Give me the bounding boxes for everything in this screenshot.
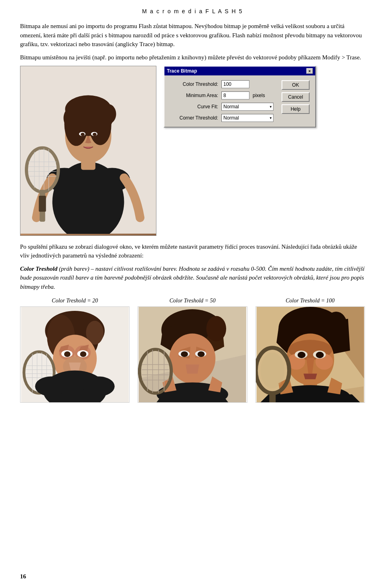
- dialog-content: Color Threshold: Minimum Area: pixel: [170, 80, 310, 122]
- svg-point-69: [198, 351, 205, 357]
- svg-marker-100: [303, 374, 317, 379]
- woman-svg: [20, 66, 156, 234]
- svg-point-90: [325, 312, 347, 340]
- svg-point-53: [35, 377, 67, 397]
- minimum-area-input[interactable]: [221, 91, 249, 99]
- svg-point-107: [260, 353, 284, 388]
- corner-threshold-row: Corner Threshold: Many Corners Normal Fe…: [170, 114, 274, 122]
- svg-marker-65: [186, 365, 199, 374]
- bottom-text: Color Treshold (práh barev) – nastaví ci…: [20, 264, 365, 292]
- ct20-item: Color Treshold = 20: [20, 298, 130, 403]
- curve-fit-select-wrapper: Pixels Very Tight Tight Normal Smooth Ve…: [221, 103, 274, 111]
- curve-fit-label: Curve Fit:: [170, 104, 218, 109]
- corner-threshold-select[interactable]: Many Corners Normal Few Corners: [221, 114, 274, 122]
- svg-marker-38: [69, 363, 81, 371]
- ct100-label: Color Treshold = 100: [286, 298, 334, 304]
- ct50-svg: [138, 307, 247, 402]
- color-treshold-desc-text: (práh barev) – nastaví citlivost rozlišo…: [20, 266, 365, 290]
- ct20-svg: [20, 307, 129, 402]
- svg-point-98: [298, 352, 306, 358]
- ct50-label: Color Treshold = 50: [169, 298, 215, 304]
- paragraph-3: Po spuštění příkazu se zobrazí dialogové…: [20, 242, 365, 260]
- paragraph-2: Bitmapu umístěnou na jevišti (např. po i…: [20, 53, 365, 62]
- trace-bitmap-dialog: Trace Bitmap × Color Threshold:: [164, 66, 316, 128]
- help-button[interactable]: Help: [282, 104, 310, 114]
- dialog-area: Trace Bitmap × Color Threshold:: [164, 66, 365, 128]
- minimum-area-row: Minimum Area: pixels: [170, 91, 274, 99]
- color-threshold-label: Color Threshold:: [170, 81, 218, 87]
- color-threshold-input[interactable]: [221, 80, 249, 88]
- svg-point-62: [169, 333, 215, 383]
- svg-rect-25: [39, 196, 46, 212]
- dialog-buttons: OK Cancel Help: [282, 80, 310, 114]
- svg-point-68: [181, 351, 188, 357]
- page-title: M a c r o m e d i a F L A S H 5: [20, 8, 365, 14]
- svg-point-99: [316, 352, 324, 358]
- minimum-area-unit: pixels: [253, 93, 265, 98]
- svg-point-42: [80, 351, 87, 357]
- page-number: 16: [20, 573, 26, 580]
- dialog-title: Trace Bitmap: [167, 68, 197, 74]
- color-threshold-row: Color Threshold:: [170, 80, 274, 88]
- paragraph-1: Bitmapa ale nemusí ani po importu do pro…: [20, 22, 365, 49]
- dialog-titlebar: Trace Bitmap ×: [164, 67, 315, 75]
- ct50-image: [138, 306, 247, 403]
- content-row: Trace Bitmap × Color Threshold:: [20, 66, 365, 236]
- dialog-body: Color Threshold: Minimum Area: pixel: [164, 75, 315, 127]
- ct100-item: Color Treshold = 100: [255, 298, 365, 403]
- corner-threshold-select-wrapper: Many Corners Normal Few Corners: [221, 114, 274, 122]
- svg-point-8: [100, 104, 116, 124]
- page: M a c r o m e d i a F L A S H 5 Bitmapa …: [0, 0, 385, 588]
- woman-photo: [20, 66, 156, 236]
- color-treshold-row: Color Treshold = 20: [20, 298, 365, 403]
- svg-point-11: [81, 133, 85, 136]
- svg-rect-108: [269, 392, 276, 402]
- svg-point-61: [207, 316, 227, 341]
- ct50-item: Color Treshold = 50: [138, 298, 247, 403]
- svg-point-12: [93, 133, 97, 136]
- ct100-svg: [256, 307, 365, 402]
- svg-point-41: [64, 351, 71, 357]
- dialog-fields: Color Threshold: Minimum Area: pixel: [170, 80, 274, 122]
- ct100-image: [255, 306, 365, 403]
- ct20-image: [20, 306, 130, 403]
- curve-fit-row: Curve Fit: Pixels Very Tight Tight Norma…: [170, 103, 274, 111]
- minimum-area-label: Minimum Area:: [170, 93, 218, 98]
- svg-point-54: [83, 377, 114, 397]
- color-treshold-bold: Color Treshold: [20, 266, 57, 272]
- color-treshold-desc: Color Treshold (práh barev) – nastaví ci…: [20, 264, 365, 292]
- cancel-button[interactable]: Cancel: [282, 92, 310, 102]
- ct20-label: Color Treshold = 20: [52, 298, 98, 304]
- corner-threshold-label: Corner Threshold:: [170, 115, 218, 121]
- curve-fit-select[interactable]: Pixels Very Tight Tight Normal Smooth Ve…: [221, 103, 274, 111]
- dialog-close-button[interactable]: ×: [306, 68, 313, 74]
- ok-button[interactable]: OK: [282, 80, 310, 90]
